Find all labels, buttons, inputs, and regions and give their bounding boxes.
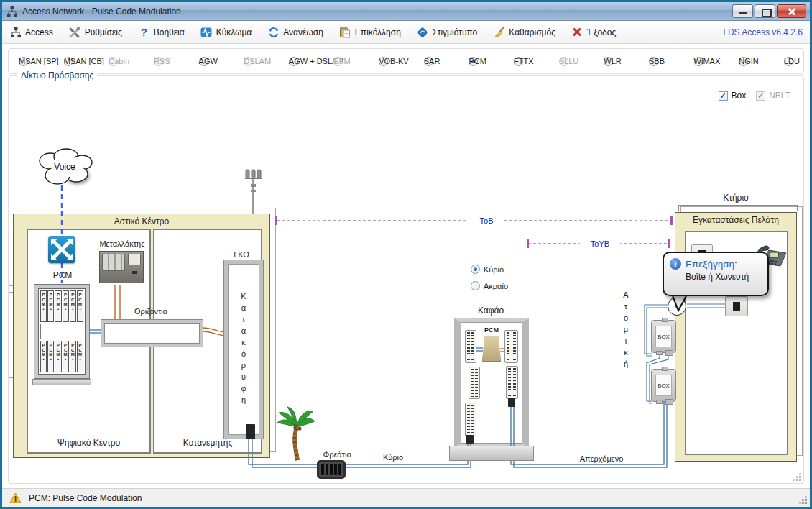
maximize-button[interactable] — [755, 4, 775, 18]
network-diagram: Αστικό Κέντρο Ψηφιακό Κέντρο Κατανεμητής — [9, 76, 803, 483]
terminal-strip — [465, 403, 476, 436]
pcm-rack: PCM PCM PCM PCM PCM PCM PCM PCM PCM PCM … — [34, 284, 90, 379]
radio-msan-cb[interactable]: MSAN [CB] — [64, 57, 73, 66]
pcm-switch-icon — [48, 236, 75, 263]
panel-resize-grip[interactable] — [799, 479, 801, 481]
pcm-card: PCM — [40, 290, 47, 322]
warning-icon — [9, 492, 22, 503]
status-text: PCM: Pulse Code Modulation — [29, 493, 142, 503]
pcm-card: PCM — [70, 290, 76, 322]
drop-cable-label: Ατομική — [622, 290, 630, 365]
cabinet-pcm-unit — [482, 336, 501, 362]
pcm-card: PCM — [70, 341, 76, 372]
converter-equipment — [99, 251, 144, 283]
radio-efm: EFM — [333, 57, 343, 66]
radio-sar[interactable]: SAR — [424, 57, 433, 66]
toolbar-clear[interactable]: Καθαρισμός — [493, 26, 555, 38]
vertical-frame-connector — [246, 424, 255, 439]
main-cable-label: Κύριο — [364, 453, 422, 462]
tools-icon — [69, 26, 81, 38]
help-icon: ? — [138, 26, 150, 38]
toolbar: Access Ρυθμίσεις ? Βοήθεια Κύκλωμα Ανανέ… — [2, 21, 810, 44]
pcm-card: PCM — [77, 290, 83, 322]
toolbar-help[interactable]: ? Βοήθεια — [138, 26, 185, 38]
pcm-card: PCM — [55, 341, 61, 372]
radio-vob-kv[interactable]: VOB-KV — [379, 57, 388, 66]
junction-box-label: BOX — [655, 375, 672, 396]
app-window: Access Network - Pulse Code Modulation A… — [0, 0, 812, 509]
toolbar-circuit[interactable]: Κύκλωμα — [200, 26, 252, 38]
radio-agw[interactable]: AGW — [199, 57, 208, 66]
radio-wimax[interactable]: WiMAX — [694, 57, 703, 66]
app-icon — [6, 6, 18, 17]
snapshot-icon — [417, 26, 429, 38]
info-icon: i — [670, 258, 681, 270]
close-button[interactable] — [777, 4, 806, 18]
org-chart-icon — [9, 26, 22, 38]
radio-kyrio[interactable]: Κύριο — [471, 265, 508, 274]
radio-fttx[interactable]: FTTX — [514, 57, 523, 66]
radio-akraio[interactable]: Ακραίο — [471, 281, 508, 290]
toolbar-snapshot[interactable]: Στιγμιότυπο — [417, 26, 477, 38]
radio-rss: RSS — [154, 57, 163, 66]
window-resize-grip[interactable] — [805, 502, 807, 504]
strip-connector — [508, 398, 515, 407]
converter-label: Μεταλλάκτης — [89, 239, 155, 248]
window-title: Access Network - Pulse Code Modulation — [22, 6, 181, 17]
digital-center-label: Ψηφιακό Κέντρο — [28, 438, 149, 448]
central-office-title: Αστικό Κέντρο — [14, 216, 269, 226]
terminal-strip — [506, 366, 518, 399]
radio-msan-sp[interactable]: MSAN [SP] — [19, 57, 28, 66]
toolbar-exit[interactable]: Έξοδος — [571, 26, 616, 38]
radio-agw-dslam[interactable]: AGW + DSLAM — [289, 57, 298, 66]
pcm-card: PCM — [55, 290, 61, 322]
pcm-card: PCM — [47, 290, 54, 322]
radio-sbb[interactable]: SBB — [649, 57, 658, 66]
network-type-selector: MSAN [SP] MSAN [CB] Cabin RSS AGW DSLAM … — [8, 48, 804, 74]
voice-cloud-label: Voice — [54, 162, 75, 172]
radio-dslam: DSLAM — [244, 57, 253, 66]
manhole — [317, 460, 346, 479]
tob-link-label: ToB — [469, 216, 504, 225]
toolbar-refresh[interactable]: Ανανέωση — [267, 26, 323, 38]
waveform-icon — [200, 26, 213, 38]
junction-box-1: BOX — [651, 320, 676, 353]
voice-cloud: Voice — [30, 145, 99, 193]
horizontal-frame — [101, 320, 203, 347]
wall-socket-2 — [725, 296, 748, 316]
horizontal-frame-label: Οριζόντια — [115, 307, 187, 316]
rack-blank-panel — [40, 324, 83, 339]
toolbar-settings[interactable]: Ρυθμίσεις — [69, 26, 122, 38]
pcm-card: PCM — [77, 341, 83, 372]
tooltip-text: Boîte ή Χωνευτή — [686, 272, 762, 282]
distribution-frame-label: Κατανεμητής — [154, 438, 261, 448]
radio-sllu: SLLU — [559, 57, 568, 66]
exit-icon — [571, 26, 583, 38]
junction-box-label: BOX — [655, 326, 672, 347]
outgoing-cable-label: Απερχόμενο — [562, 454, 641, 463]
radio-cabin: Cabin — [109, 57, 118, 66]
line-option-group: Κύριο Ακραίο — [471, 265, 508, 290]
pcm-card: PCM — [40, 341, 47, 372]
toolbar-paste[interactable]: Επικόλληση — [339, 26, 401, 38]
tooltip-title: Επεξήγηση: — [686, 259, 737, 270]
refresh-icon — [267, 26, 280, 38]
pcm-card: PCM — [63, 290, 69, 322]
rack-base — [32, 379, 91, 385]
radio-ldu[interactable]: LDU — [784, 57, 793, 66]
version-label: LDS Access v6.4.2.6 — [723, 27, 803, 37]
toolbar-access[interactable]: Access — [9, 26, 53, 38]
radio-ngin[interactable]: NGIN — [739, 57, 748, 66]
junction-box-2: BOX — [651, 369, 676, 402]
vertical-frame-label: Κατακόρυφη — [239, 292, 248, 407]
title-bar[interactable]: Access Network - Pulse Code Modulation — [2, 2, 810, 21]
terminal-strip — [469, 367, 480, 399]
minimize-button[interactable] — [732, 4, 753, 18]
radio-pcm[interactable]: PCM — [469, 57, 478, 66]
antenna-icon — [243, 168, 263, 214]
pcm-switch-label: PCM — [37, 270, 88, 280]
vertical-frame: Κατακόρυφη — [224, 260, 263, 439]
radio-wlr[interactable]: WLR — [604, 57, 613, 66]
building-label: Κτήριο — [691, 193, 780, 203]
manhole-label: Φρεάτιο — [309, 450, 365, 459]
